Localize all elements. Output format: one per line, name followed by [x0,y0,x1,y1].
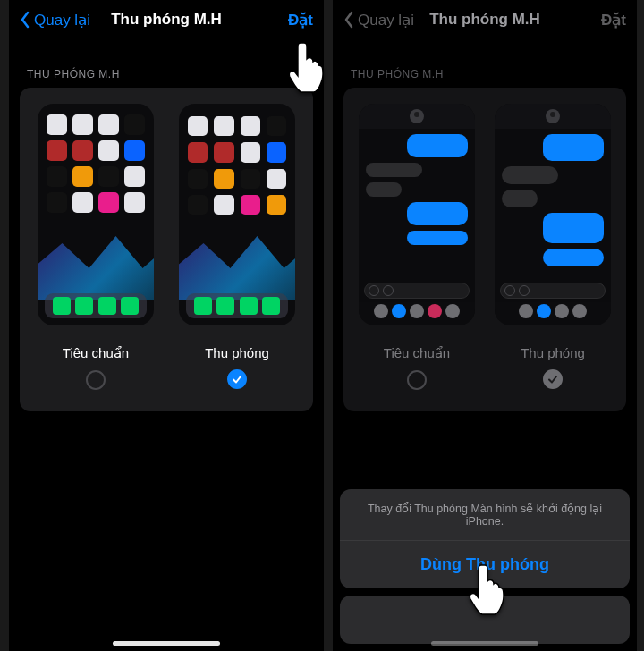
app-bar [359,302,475,320]
chevron-left-icon [343,11,354,29]
preview-zoomed-home [179,104,295,326]
option-standard: Tiêu chuẩn [354,104,479,390]
action-sheet: Thay đổi Thu phóng Màn hình sẽ khởi động… [340,489,630,644]
option-standard-label: Tiêu chuẩn [63,345,129,361]
preview-standard-home [38,104,154,326]
section-header-zoom: THU PHÓNG M.H [333,39,637,88]
message-input-preview [500,283,606,299]
radio-zoomed [543,369,563,389]
avatar-icon [410,109,424,123]
checkmark-icon [232,374,242,385]
action-sheet-message: Thay đổi Thu phóng Màn hình sẽ khởi động… [340,489,630,541]
section-header-zoom: THU PHÓNG M.H [9,39,324,88]
set-button: Đặt [601,11,626,30]
back-label: Quay lại [34,11,90,30]
set-button[interactable]: Đặt [288,11,313,30]
chevron-left-icon [20,11,30,29]
radio-zoomed[interactable] [227,369,247,389]
back-button: Quay lại [343,11,414,30]
screenshot-right: Quay lại Thu phóng M.H Đặt THU PHÓNG M.H [333,0,637,651]
avatar-icon [546,109,560,123]
home-indicator[interactable] [113,641,220,646]
nav-bar: Quay lại Thu phóng M.H Đặt [9,0,324,39]
page-title: Thu phóng M.H [429,11,540,29]
preview-zoomed-messages [495,104,611,326]
back-label: Quay lại [358,11,414,30]
option-zoomed-label: Thu phóng [521,345,585,360]
zoom-options-panel: Tiêu chuẩn [20,88,313,411]
option-standard[interactable]: Tiêu chuẩn [30,104,161,390]
message-input-preview [364,283,470,299]
zoom-options-panel: Tiêu chuẩn [343,88,626,411]
screenshot-left: Quay lại Thu phóng M.H Đặt THU PHÓNG M.H [9,0,324,651]
option-zoomed: Thu phóng [490,104,615,390]
checkmark-icon [547,374,558,385]
radio-standard [407,370,427,390]
preview-standard-messages [359,104,475,326]
back-button[interactable]: Quay lại [20,11,90,30]
option-zoomed-label: Thu phóng [205,345,269,360]
home-indicator[interactable] [431,641,538,646]
page-title: Thu phóng M.H [111,11,222,29]
radio-standard[interactable] [86,370,106,390]
nav-bar: Quay lại Thu phóng M.H Đặt [333,0,637,39]
option-zoomed[interactable]: Thu phóng [172,104,302,390]
action-sheet-confirm-button[interactable]: Dùng Thu phóng [340,541,630,588]
action-sheet-cancel-button[interactable] [340,596,630,644]
app-bar [495,302,611,320]
option-standard-label: Tiêu chuẩn [384,345,450,361]
